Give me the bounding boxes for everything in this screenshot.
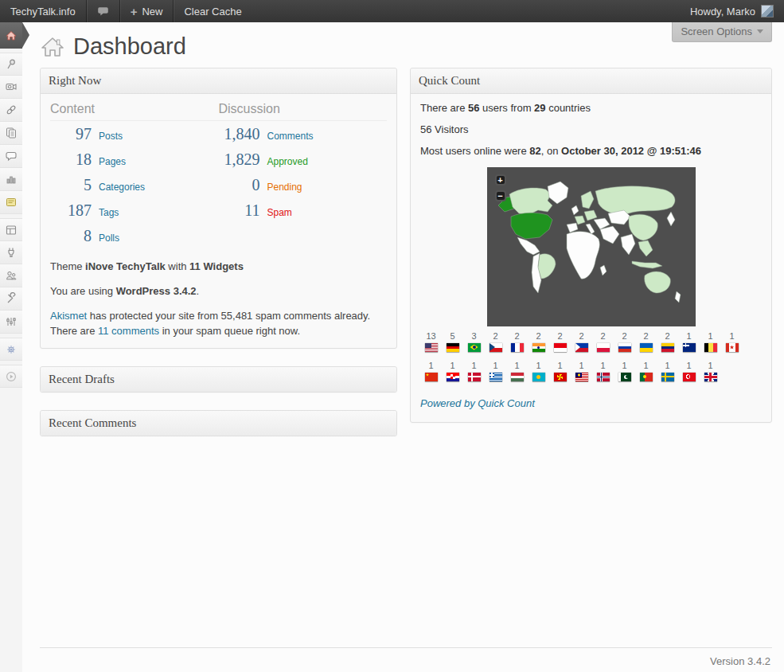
country-count-kz: 1 [528,361,549,370]
page-title: Dashboard [73,33,186,60]
categories-row: 5Categories [50,172,219,197]
flag-us-icon [425,343,438,352]
country-cell-cn: 1 [420,361,442,385]
country-count-id: 2 [549,331,571,341]
footer: Version 3.4.2 [40,647,772,667]
dashboard-home-icon [40,34,65,60]
new-content-button[interactable]: New [120,0,174,22]
plug-icon [5,246,18,259]
sidebar-item-plugin-card[interactable] [0,191,22,214]
right-now-widget-title[interactable]: Right Now [41,68,396,94]
tags-link[interactable]: Tags [99,207,119,218]
approved-link[interactable]: Approved [267,156,308,167]
yellow-card-icon [5,196,18,209]
country-flags-grid: 135322222222211111111111111111 [420,331,762,385]
sliders-icon [5,315,18,328]
polls-link[interactable]: Polls [99,232,119,244]
recent-drafts-widget-title[interactable]: Recent Drafts [41,367,396,392]
world-map[interactable]: + − [487,167,696,326]
country-cell-pk: 1 [614,361,635,385]
flag-pk-icon [618,373,631,381]
admin-bar: TechyTalk.info New Clear Cache Howdy, Ma… [0,0,784,22]
country-count-ca: 1 [721,331,743,341]
sidebar-item-pages[interactable] [0,122,22,145]
users-icon [5,269,18,282]
powered-by-link[interactable]: Powered by Quick Count [420,397,535,409]
country-cell-gb: 1 [700,361,721,385]
recent-comments-widget-title[interactable]: Recent Comments [41,411,396,436]
flag-ru-icon [618,343,631,352]
sidebar-item-plugin-gear[interactable] [0,338,22,361]
gear-icon [5,343,18,356]
avatar [761,5,774,18]
flag-my-icon [575,373,588,381]
polls-row: 8Polls [50,223,219,248]
flag-in-icon [532,343,545,352]
flag-tr-icon [683,373,696,381]
map-zoom-out-button[interactable]: − [495,190,506,201]
tags-count: 187 [50,201,92,220]
country-cell-ru: 2 [614,331,635,355]
chain-icon [5,104,18,116]
sidebar-item-links[interactable] [0,99,22,122]
quick-count-widget-title[interactable]: Quick Count [411,68,771,94]
pages-link[interactable]: Pages [99,156,126,167]
theme-link[interactable]: iNove TechyTalk [85,260,166,272]
flag-pt-icon [640,373,653,381]
spam-queue-link[interactable]: 11 comments [98,325,159,337]
pages-row: 18Pages [50,147,219,172]
country-cell-gr: 1 [485,361,506,385]
flag-fr-icon [511,343,524,352]
clear-cache-button[interactable]: Clear Cache [174,0,252,22]
sidebar-item-settings[interactable] [0,311,22,334]
screen-options-button[interactable]: Screen Options [672,22,772,42]
sidebar-item-posts[interactable] [0,53,22,76]
screen-options-label: Screen Options [681,25,752,37]
country-count-pl: 2 [592,331,614,341]
pending-row: 0Pending [219,172,388,197]
country-count-se: 1 [657,361,678,370]
pages-count: 18 [50,150,92,169]
account-menu[interactable]: Howdy, Marko [680,0,784,22]
country-cell-ph: 2 [571,331,592,355]
wordpress-version: WordPress 3.4.2 [116,285,197,297]
sidebar-item-polls[interactable] [0,168,22,191]
widgets-link[interactable]: 11 Widgets [189,260,244,272]
country-cell-us: 13 [420,331,442,355]
country-count-fr: 2 [506,331,528,341]
users-countries-line: There are 56 users from 29 countries [420,101,762,115]
categories-link[interactable]: Categories [99,182,145,193]
spam-link[interactable]: Spam [267,207,292,218]
howdy-text: Howdy, Marko [690,6,755,18]
sidebar-item-collapse-menu[interactable] [0,365,22,388]
flag-mk-icon [554,373,567,381]
country-count-gr: 1 [485,361,506,370]
theme-line-text: Theme [50,260,85,272]
sidebar-item-users[interactable] [0,264,22,287]
country-cell-hu: 1 [506,361,528,385]
pending-link[interactable]: Pending [267,182,302,193]
sidebar-item-appearance[interactable] [0,218,22,241]
map-zoom-in-button[interactable]: + [495,174,506,186]
sidebar-item-dashboard[interactable] [0,22,22,49]
comments-link[interactable]: Comments [267,131,314,142]
version-text: Version 3.4.2 [710,655,770,667]
sidebar-item-comments[interactable] [0,145,22,168]
akismet-link[interactable]: Akismet [50,310,87,322]
categories-count: 5 [50,176,92,194]
users-count: 56 [468,102,479,114]
theme-line-text: with [166,260,189,272]
recent-comments-widget: Recent Comments [40,410,397,436]
site-name-link[interactable]: TechyTalk.info [0,0,86,22]
country-cell-kz: 1 [528,361,549,385]
sidebar-item-plugins[interactable] [0,241,22,264]
country-count-cn: 1 [420,361,442,370]
sidebar-item-media[interactable] [0,76,22,99]
sidebar-item-tools[interactable] [0,287,22,311]
posts-link[interactable]: Posts [99,131,123,142]
tags-row: 187Tags [50,197,219,223]
comments-bubble-button[interactable] [87,0,119,22]
country-count-dk: 1 [463,361,485,370]
country-count-de: 5 [442,331,463,341]
flag-br-icon [468,343,481,352]
